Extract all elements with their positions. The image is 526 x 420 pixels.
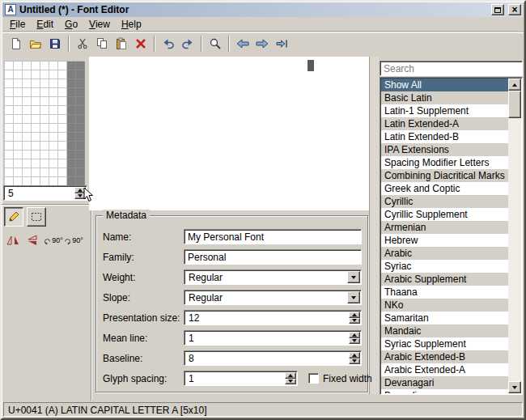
weight-dropdown-arrow-button[interactable] [347,271,360,283]
unicode-block-item[interactable]: Arabic [381,247,508,260]
pixel-cell[interactable] [40,168,49,177]
pixel-cell[interactable] [14,142,23,151]
pixel-cell[interactable] [58,88,67,97]
scrollbar-thumb[interactable] [508,91,521,118]
pixel-cell[interactable] [49,70,58,79]
pixel-cell[interactable] [23,97,32,106]
pixel-cell[interactable] [32,115,40,124]
pixel-cell[interactable] [49,88,58,97]
pixel-cell[interactable] [76,97,85,106]
unicode-block-item[interactable]: Basic Latin [381,91,508,104]
pixel-cell[interactable] [5,124,14,133]
pixel-cell[interactable] [5,115,14,124]
pixel-cell[interactable] [67,151,76,159]
pixel-cell[interactable] [40,124,49,133]
pixel-cell[interactable] [5,79,14,88]
mean-line-input[interactable] [185,332,348,344]
pixel-cell[interactable] [49,115,58,124]
titlebar[interactable]: A Untitled (*) - Font Editor × [2,2,524,17]
flip-horizontal-button[interactable] [3,233,23,248]
pixel-cell[interactable] [58,124,67,133]
spin-down-button[interactable] [285,379,296,385]
pixel-cell[interactable] [32,79,40,88]
pixel-cell[interactable] [5,168,14,177]
pixel-cell[interactable] [76,133,85,142]
pixel-cell[interactable] [14,124,23,133]
pixel-cell[interactable] [14,79,23,88]
paste-button[interactable] [112,34,131,53]
pixel-cell[interactable] [49,142,58,151]
pixel-cell[interactable] [58,79,67,88]
pixel-cell[interactable] [14,88,23,97]
pixel-cell[interactable] [49,133,58,142]
slope-dropdown-arrow-button[interactable] [347,291,360,303]
unicode-block-item[interactable]: Show All [381,78,508,91]
unicode-block-item[interactable]: Devanagari [381,376,508,389]
pixel-cell[interactable] [67,168,76,177]
pixel-cell[interactable] [23,124,32,133]
pixel-cell[interactable] [76,159,85,168]
unicode-block-item[interactable]: Mandaic [381,325,508,337]
forward-button[interactable] [252,34,272,53]
unicode-block-item[interactable]: NKo [381,299,508,312]
menu-item[interactable]: File [4,17,31,32]
list-scrollbar[interactable] [508,78,521,393]
family-input[interactable] [184,249,362,265]
pixel-cell[interactable] [14,151,23,159]
name-input[interactable] [184,229,362,244]
spin-up-button[interactable] [349,312,360,318]
pixel-cell[interactable] [32,159,40,168]
pixel-cell[interactable] [40,88,49,97]
unicode-block-item[interactable]: IPA Extensions [381,143,508,156]
select-tool-button[interactable] [27,207,46,227]
unicode-block-item[interactable]: Combining Diacritical Marks [381,169,508,182]
pixel-cell[interactable] [40,97,49,106]
weight-dropdown[interactable]: Regular [184,269,362,285]
pixel-cell[interactable] [23,70,32,79]
pixel-cell[interactable] [40,62,49,70]
pixel-cell[interactable] [67,70,76,79]
pixel-cell[interactable] [32,168,40,177]
spin-up-button[interactable] [349,352,360,358]
search-input[interactable] [380,61,523,76]
unicode-block-item[interactable]: Greek and Coptic [381,182,508,195]
pixel-cell[interactable] [58,168,67,177]
pixel-cell[interactable] [76,70,85,79]
pixel-cell[interactable] [58,115,67,124]
pixel-cell[interactable] [23,115,32,124]
presentation-size-input[interactable] [185,312,348,324]
pixel-cell[interactable] [67,97,76,106]
pixel-cell[interactable] [5,159,14,168]
close-button[interactable]: × [508,4,521,15]
pixel-cell[interactable] [23,133,32,142]
pixel-cell[interactable] [49,159,58,168]
unicode-block-item[interactable]: Arabic Supplement [381,273,508,286]
unicode-block-item[interactable]: Hebrew [381,234,508,247]
pixel-cell[interactable] [32,70,40,79]
pixel-cell[interactable] [58,159,67,168]
unicode-block-item[interactable]: Latin Extended-A [381,117,508,130]
unicode-block-item[interactable]: Arabic Extended-B [381,350,508,363]
unicode-block-item[interactable]: Cyrillic [381,195,508,208]
spin-up-button[interactable] [349,332,360,338]
pixel-cell[interactable] [14,106,23,115]
menu-item[interactable]: Go [59,17,83,32]
pixel-cell[interactable] [40,70,49,79]
pixel-cell[interactable] [49,62,58,70]
cut-button[interactable] [73,34,92,53]
new-button[interactable] [6,34,26,53]
pixel-cell[interactable] [23,79,32,88]
pixel-cell[interactable] [32,142,40,151]
pixel-cell[interactable] [40,115,49,124]
pixel-cell[interactable] [40,106,49,115]
pixel-cell[interactable] [49,151,58,159]
pixel-cell[interactable] [67,79,76,88]
pixel-cell[interactable] [58,97,67,106]
zoom-button[interactable] [206,34,225,53]
pixel-cell[interactable] [14,133,23,142]
pixel-cell[interactable] [76,88,85,97]
unicode-block-item[interactable]: Latin Extended-B [381,130,508,143]
rotate-right-button[interactable]: 90° [64,233,83,248]
slope-dropdown[interactable]: Regular [184,290,362,305]
pixel-cell[interactable] [67,115,76,124]
